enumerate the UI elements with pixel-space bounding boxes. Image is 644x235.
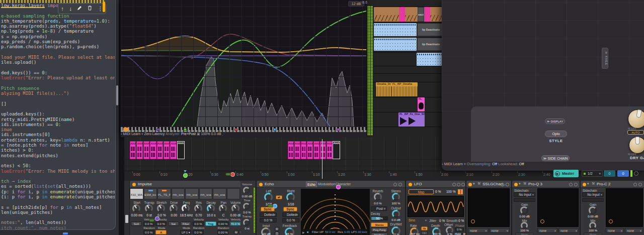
aha-clip[interactable]: AHA (327, 141, 333, 159)
gain-knob[interactable] (589, 206, 597, 214)
eq-output-value[interactable]: 0.0 dB (211, 132, 221, 136)
impulse-value-box[interactable]: LP 1 ▾ (180, 230, 191, 234)
echo-right-value[interactable]: 1/16 (285, 202, 297, 206)
aha-clip[interactable]: AHA (307, 141, 313, 159)
piano-band-dot[interactable] (156, 128, 159, 131)
icon-circle[interactable] (461, 183, 465, 186)
echo-sync-right[interactable]: Sync (283, 207, 297, 211)
sidechain-input-dropdown[interactable]: No Input▾ (514, 192, 535, 197)
aha-clip[interactable]: AHA (320, 141, 326, 159)
sidechain-field[interactable] (582, 198, 604, 202)
move-up-icon[interactable]: ↑ (61, 6, 64, 12)
device-led[interactable] (468, 183, 472, 186)
audio-clip[interactable]: FL_ (418, 97, 425, 111)
impulse-knob[interactable] (170, 204, 178, 212)
piano-band-dot[interactable] (337, 128, 340, 131)
impulse-value-box[interactable]: 0.00 % (217, 221, 228, 226)
echo-link-button[interactable]: ⇄ (276, 195, 282, 199)
proc2-midi-learn[interactable]: MIDI Learn (444, 162, 463, 166)
aha-clip[interactable]: AHA (150, 141, 156, 159)
impulse-knob[interactable] (219, 204, 227, 212)
move-down-icon[interactable]: ↓ (69, 6, 72, 12)
master-knob[interactable] (634, 171, 638, 176)
lfo-min-value[interactable]: 0 % (435, 190, 441, 193)
lfo-hz-button[interactable]: Hz (421, 226, 428, 230)
icon-circle[interactable] (393, 183, 397, 186)
gauge-icon[interactable]: ▣ (197, 132, 200, 136)
echo-output-knob[interactable] (392, 210, 400, 218)
lfo-depth-value[interactable]: 100 % (429, 232, 444, 235)
echo-gate-button[interactable]: ∅ (275, 231, 279, 235)
impulse-global-value[interactable]: 0.00 dB (240, 195, 254, 198)
wrench-icon[interactable]: ⚒ (592, 182, 595, 186)
playhead[interactable] (322, 139, 323, 179)
device-led[interactable] (409, 183, 412, 186)
vst-plugin-placeholder[interactable] (468, 188, 510, 227)
oversampling-value[interactable]: Off (492, 162, 497, 166)
deactivated-clip[interactable]: eact (418, 7, 424, 22)
lfo-shape-dropdown[interactable]: Sine▾ (409, 218, 427, 223)
aha-clip-selected[interactable]: AHA (177, 141, 185, 159)
output-gain-knob[interactable] (628, 109, 644, 129)
echo-stereo-value[interactable]: 100 % (389, 202, 403, 205)
echo-feedback-value[interactable]: 55 % (282, 232, 297, 235)
lfo-map-button[interactable]: Map (409, 189, 434, 194)
device-led[interactable] (514, 183, 518, 186)
vst-plugin-placeholder[interactable] (537, 188, 579, 227)
routing-dropdown[interactable]: none▾ (606, 228, 624, 233)
device-led[interactable] (583, 183, 586, 186)
impulse-value-box[interactable]: 0.00 % (217, 230, 228, 234)
impulse-value-box[interactable]: 70.0 % (230, 221, 240, 226)
eq-band-handle[interactable] (336, 185, 341, 189)
aha-clip[interactable]: AHA (130, 141, 136, 159)
impulse-button[interactable]: Soft (131, 221, 142, 226)
code-area[interactable]: low.keras.layers import Ee-based samplin… (1, 3, 115, 230)
impulse-knob[interactable] (194, 204, 202, 212)
device-impulse[interactable]: ImpulseX10_WAESM_lccPL_TS_Frhh_snarhh_sn… (130, 181, 240, 235)
impulse-knob[interactable] (231, 204, 239, 212)
mix-value[interactable]: 100 % (582, 229, 604, 232)
routing-dropdown[interactable]: none▾ (625, 228, 643, 233)
echo-dotted-dropdown[interactable]: Dotted▾ (260, 212, 277, 217)
lfo-hold-button[interactable]: Hold (454, 232, 462, 235)
echo-sync-left[interactable]: Sync (261, 207, 275, 211)
impulse-knob[interactable] (157, 204, 165, 212)
lfo-rate-value[interactable]: 2.07 Hz (407, 232, 422, 235)
editor-scrollbar[interactable] (116, 85, 118, 105)
aha-clip[interactable]: AHA (313, 141, 319, 159)
echo-mode-pingpong[interactable]: Ping Pong (371, 227, 388, 232)
impulse-global-knob[interactable] (243, 219, 250, 226)
routing-dropdown[interactable]: none▾ (468, 228, 489, 233)
echo-drywet-value[interactable]: 70 % (389, 233, 403, 235)
mix-knob[interactable] (521, 222, 528, 229)
impulse-global-value[interactable]: 0 st (240, 227, 254, 230)
device-led[interactable] (259, 183, 263, 186)
device-lfo[interactable]: LFOMap0 %100 %Sine▾Jitter0 %Smooth0 %Rat… (406, 181, 465, 235)
midi-clip[interactable] (417, 53, 445, 66)
master-numbox-2[interactable]: 0 (617, 170, 629, 177)
gain-knob[interactable] (520, 206, 528, 214)
echo-tab-echo[interactable]: Echo (306, 181, 317, 187)
lfo-note-button[interactable]: ♪ (421, 231, 428, 235)
impulse-param-value[interactable]: 0.00 dB (229, 213, 240, 217)
eq-analyzer-value[interactable]: Pre+Post (181, 132, 196, 136)
routing-dropdown[interactable]: none▾ (558, 228, 579, 233)
chevron-down-icon[interactable]: ▾ (519, 182, 521, 186)
aha-clip[interactable]: AHA (294, 141, 300, 159)
impulse-slot[interactable]: rhh_sna (199, 188, 213, 199)
echo-dotted-dropdown[interactable]: Dotted▾ (282, 212, 299, 217)
audio-clip[interactable]: FL_BP_Omaha (391, 82, 418, 96)
echo-d-button[interactable]: D (275, 227, 279, 231)
echo-mode-stereo[interactable]: Stereo (371, 222, 388, 227)
sidechain-toggle[interactable]: ≫ SIDE CHAIN (541, 155, 570, 161)
lfo-phase-value[interactable]: 0 % (455, 227, 464, 231)
chevron-down-icon[interactable]: ▾ (141, 132, 143, 136)
echo-post-dropdown[interactable]: Post▾ (371, 206, 387, 211)
edit-icon[interactable] (77, 6, 82, 12)
aha-clip[interactable]: AHA (301, 141, 307, 159)
impulse-value-box[interactable]: 0.0 % (193, 230, 204, 234)
notebook-cell[interactable]: low.keras.layers import Ee-based samplin… (0, 0, 116, 230)
impulse-slot[interactable]: rhh_sna (213, 188, 226, 199)
icon-circle[interactable] (506, 183, 509, 186)
hp-freq-value[interactable]: 50.0 Hz (325, 230, 336, 233)
